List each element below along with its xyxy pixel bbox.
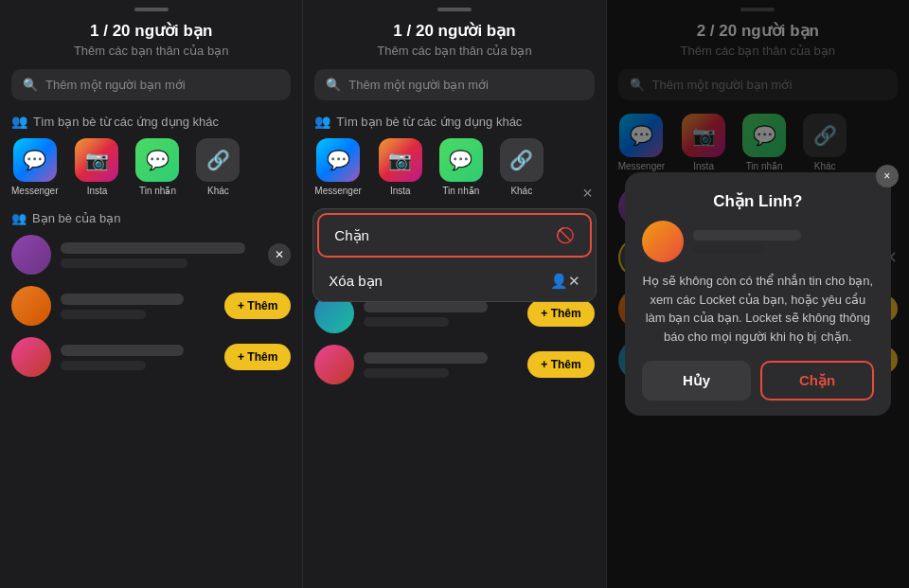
friend-avatar-2-2 [314, 345, 354, 384]
friend-sub-1-2 [61, 361, 146, 370]
modal-avatar [642, 221, 684, 262]
messenger-label-2: Messenger [314, 186, 361, 196]
friend-name-2-2 [364, 352, 487, 364]
add-friend-btn-1-2[interactable]: + Thêm [224, 344, 291, 370]
apps-row-2: 💬 Messenger 📷 Insta 💬 Tin nhắn 🔗 Khác [314, 138, 594, 196]
friend-sub-1-0 [61, 258, 187, 268]
modal-body: Họ sẽ không còn có thể nhắn tin cho bạn,… [642, 272, 874, 346]
modal-close-btn[interactable]: × [876, 165, 899, 187]
modal-block-btn[interactable]: Chặn [760, 361, 874, 401]
insta-label-2: Insta [390, 186, 411, 196]
friend-sub-2-2 [364, 368, 449, 378]
add-friend-btn-1-1[interactable]: + Thêm [224, 293, 291, 319]
find-friends-label-2: 👥 Tìm bạn bè từ các ứng dụng khác [314, 114, 594, 129]
friend-info-2-2 [364, 352, 518, 378]
friend-info-1-0 [61, 242, 291, 268]
insta-icon-1: 📷 [75, 138, 118, 182]
drag-handle-2 [437, 8, 472, 11]
people-icon-2: 👥 [314, 114, 330, 129]
add-friend-btn-2-2[interactable]: + Thêm [527, 351, 594, 378]
friends-count-2: 1 / 20 người bạn [393, 21, 515, 41]
khac-label-1: Khác [207, 186, 229, 196]
friend-name-1-0 [61, 242, 245, 254]
friend-row-1-1: + Thêm [11, 286, 291, 326]
modal-user-info [693, 230, 874, 254]
friend-sub-1-1 [61, 310, 146, 319]
insta-label-1: Insta [87, 186, 108, 196]
search-placeholder-1: Thêm một người bạn mới [45, 78, 186, 92]
app-messenger-2[interactable]: 💬 Messenger [314, 138, 361, 196]
khac-icon-2: 🔗 [500, 138, 544, 182]
friend-row-2-2: + Thêm [314, 345, 594, 384]
add-friend-btn-2-1[interactable]: + Thêm [527, 300, 594, 327]
app-insta-1[interactable]: 📷 Insta [75, 138, 118, 196]
delete-friend-icon: 👤✕ [550, 273, 580, 290]
friend-sub-2-1 [364, 317, 449, 327]
app-khac-2[interactable]: 🔗 Khác [500, 138, 544, 196]
block-modal: × Chặn Linh? Họ sẽ không còn có thể nhắn… [625, 172, 891, 416]
app-messenger-1[interactable]: 💬 Messenger [11, 138, 58, 196]
delete-label: Xóa bạn [329, 273, 383, 290]
panel-1: 1 / 20 người bạn Thêm các bạn thân của b… [0, 0, 302, 588]
search-placeholder-2: Thêm một người bạn mới [348, 78, 489, 92]
modal-actions: Hủy Chặn [642, 361, 874, 401]
app-khac-1[interactable]: 🔗 Khác [196, 138, 240, 196]
your-friends-label-1: 👥 Bạn bè của bạn [11, 211, 291, 225]
search-icon-1: 🔍 [23, 78, 38, 92]
panel-3: 2 / 20 người bạn Thêm các bạn thân của b… [606, 0, 909, 588]
find-friends-label-1: 👥 Tìm bạn bè từ các ứng dụng khác [11, 114, 291, 129]
friend-info-2-1 [364, 301, 518, 327]
modal-user-name [693, 230, 802, 241]
apps-row-1: 💬 Messenger 📷 Insta 💬 Tin nhắn 🔗 Khác [11, 138, 291, 196]
context-delete-item[interactable]: Xóa bạn 👤✕ [313, 261, 595, 301]
panel-2: 1 / 20 người bạn Thêm các bạn thân của b… [302, 0, 605, 588]
context-block-item[interactable]: Chặn 🚫 [317, 213, 591, 258]
app-insta-2[interactable]: 📷 Insta [379, 138, 422, 196]
messenger-icon-1: 💬 [13, 138, 57, 182]
context-menu-close[interactable]: × [582, 184, 593, 204]
app-tinnhan-1[interactable]: 💬 Tin nhắn [135, 138, 179, 196]
modal-title: Chặn Linh? [642, 191, 874, 211]
context-menu-2: Chặn 🚫 Xóa bạn 👤✕ [312, 208, 596, 302]
friends-subtitle-2: Thêm các bạn thân của bạn [377, 44, 531, 58]
friend-name-1-1 [61, 294, 184, 305]
friend-avatar-1-0 [11, 235, 51, 275]
friend-info-1-2 [61, 345, 215, 370]
people-icon-1: 👥 [11, 114, 27, 129]
tinnhan-label-1: Tin nhắn [139, 186, 176, 196]
tinnhan-icon-2: 💬 [439, 138, 483, 182]
drag-handle-1 [134, 8, 169, 11]
friend-info-1-1 [61, 294, 215, 319]
friend-avatar-1-2 [11, 337, 51, 377]
friend-name-2-1 [364, 301, 487, 312]
friends-subtitle-1: Thêm các bạn thân của bạn [74, 44, 228, 58]
modal-user-sub [693, 245, 765, 254]
block-icon: 🚫 [556, 226, 575, 244]
friends-count-1: 1 / 20 người bạn [90, 21, 212, 41]
modal-avatar-row [642, 221, 874, 262]
khac-label-2: Khác [510, 186, 532, 196]
block-label: Chặn [334, 227, 369, 244]
messenger-icon-2: 💬 [316, 138, 360, 182]
khac-icon-1: 🔗 [196, 138, 240, 182]
tinnhan-icon-1: 💬 [135, 138, 179, 182]
search-icon-2: 🔍 [326, 78, 341, 92]
tinnhan-label-2: Tin nhắn [442, 186, 479, 196]
search-bar-1[interactable]: 🔍 Thêm một người bạn mới [11, 69, 291, 100]
app-tinnhan-2[interactable]: 💬 Tin nhắn [439, 138, 483, 196]
close-friend-btn-1-0[interactable]: ✕ [268, 243, 291, 266]
insta-icon-2: 📷 [379, 138, 422, 182]
friend-row-1-0: ✕ [11, 235, 291, 275]
search-bar-2[interactable]: 🔍 Thêm một người bạn mới [314, 69, 594, 100]
modal-cancel-btn[interactable]: Hủy [642, 361, 752, 401]
friend-avatar-1-1 [11, 286, 51, 326]
messenger-label-1: Messenger [11, 186, 58, 196]
friend-row-1-2: + Thêm [11, 337, 291, 377]
modal-overlay: × Chặn Linh? Họ sẽ không còn có thể nhắn… [607, 0, 909, 588]
friends-icon-1: 👥 [11, 211, 27, 225]
friend-name-1-2 [61, 345, 184, 356]
